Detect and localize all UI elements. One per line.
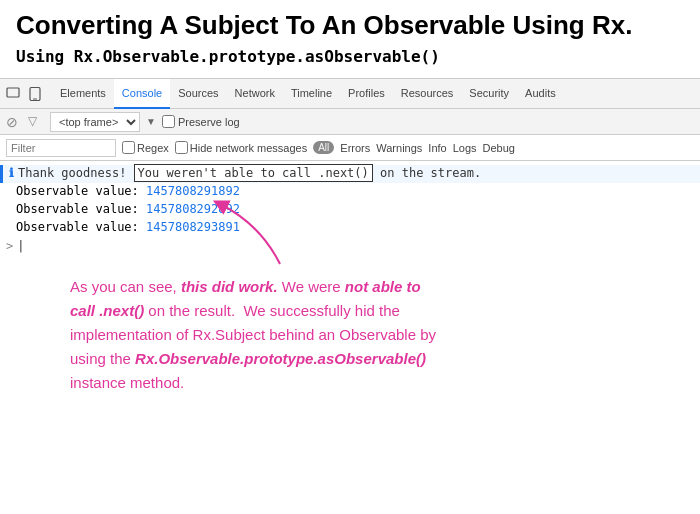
svg-rect-0 bbox=[7, 88, 19, 97]
preserve-log-label[interactable]: Preserve log bbox=[162, 115, 240, 128]
warnings-filter[interactable]: Warnings bbox=[376, 142, 422, 154]
mobile-icon[interactable] bbox=[26, 85, 44, 103]
annotation-section: As you can see, this did work. We were n… bbox=[0, 259, 700, 405]
hide-network-label[interactable]: Hide network messages bbox=[175, 141, 307, 154]
filter-input[interactable] bbox=[6, 139, 116, 157]
devtools-panel: Elements Console Sources Network Timelin… bbox=[0, 78, 700, 259]
tab-security[interactable]: Security bbox=[461, 79, 517, 109]
tab-sources[interactable]: Sources bbox=[170, 79, 226, 109]
frame-select[interactable]: <top frame> bbox=[50, 112, 140, 132]
console-value-line-1: Observable value: 1457808291892 bbox=[0, 183, 700, 201]
console-value-line-2: Observable value: 1457808292892 bbox=[0, 201, 700, 219]
tab-elements[interactable]: Elements bbox=[52, 79, 114, 109]
tab-resources[interactable]: Resources bbox=[393, 79, 462, 109]
devtools-icon-group bbox=[4, 85, 44, 103]
devtools-toolbar2: ⊘ ▽ <top frame> ▼ Preserve log bbox=[0, 109, 700, 135]
console-value-line-3: Observable value: 1457808293891 bbox=[0, 219, 700, 237]
tab-timeline[interactable]: Timeline bbox=[283, 79, 340, 109]
hide-network-checkbox[interactable] bbox=[175, 141, 188, 154]
console-info-text: Thank goodness! You weren't able to call… bbox=[18, 166, 481, 180]
inspect-icon[interactable] bbox=[4, 85, 22, 103]
console-prompt[interactable]: > | bbox=[0, 237, 700, 255]
info-icon: ℹ bbox=[9, 166, 14, 180]
annotation-emphasis-3: Rx.Observable.prototype.asObservable() bbox=[135, 350, 426, 367]
tab-audits[interactable]: Audits bbox=[517, 79, 564, 109]
regex-checkbox[interactable] bbox=[122, 141, 135, 154]
console-content: ℹ Thank goodness! You weren't able to ca… bbox=[0, 161, 700, 259]
errors-filter[interactable]: Errors bbox=[340, 142, 370, 154]
devtools-tabs-bar: Elements Console Sources Network Timelin… bbox=[0, 79, 700, 109]
console-info-line: ℹ Thank goodness! You weren't able to ca… bbox=[0, 165, 700, 183]
all-badge[interactable]: All bbox=[313, 141, 334, 154]
devtools-filter-row: Regex Hide network messages All Errors W… bbox=[0, 135, 700, 161]
svg-rect-2 bbox=[33, 98, 37, 99]
filter-icon[interactable]: ▽ bbox=[28, 114, 44, 130]
annotation-text: As you can see, this did work. We were n… bbox=[70, 278, 436, 391]
frame-dropdown-arrow: ▼ bbox=[146, 116, 156, 127]
logs-filter[interactable]: Logs bbox=[453, 142, 477, 154]
tab-console[interactable]: Console bbox=[114, 79, 170, 109]
tab-profiles[interactable]: Profiles bbox=[340, 79, 393, 109]
preserve-log-checkbox[interactable] bbox=[162, 115, 175, 128]
prompt-cursor[interactable]: | bbox=[17, 239, 24, 253]
info-filter[interactable]: Info bbox=[428, 142, 446, 154]
highlighted-next-call: You weren't able to call .next() bbox=[134, 164, 373, 182]
tab-network[interactable]: Network bbox=[227, 79, 283, 109]
page-title: Converting A Subject To An Observable Us… bbox=[0, 0, 700, 45]
debug-filter[interactable]: Debug bbox=[483, 142, 515, 154]
annotation-emphasis-1: this did work. bbox=[181, 278, 278, 295]
clear-console-icon[interactable]: ⊘ bbox=[6, 114, 22, 130]
page-subtitle: Using Rx.Observable.prototype.asObservab… bbox=[0, 45, 700, 78]
prompt-arrow-icon: > bbox=[6, 239, 13, 253]
regex-label[interactable]: Regex bbox=[122, 141, 169, 154]
